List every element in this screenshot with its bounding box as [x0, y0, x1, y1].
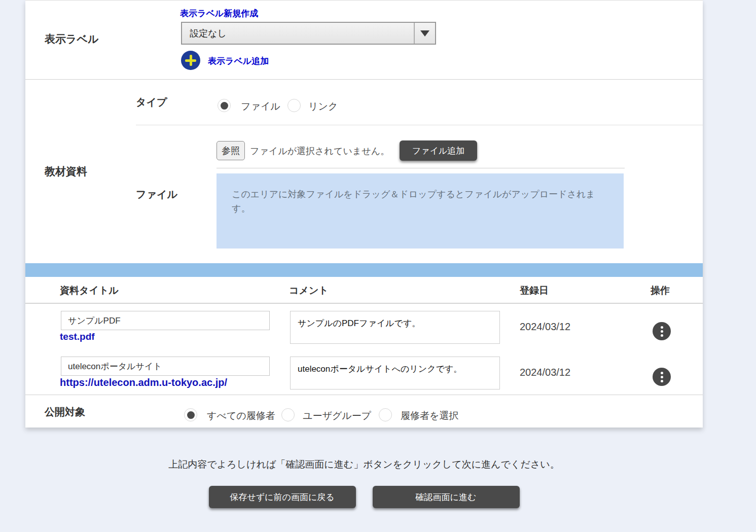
row-divider	[25, 79, 703, 80]
add-display-label-button[interactable]	[181, 51, 200, 70]
form-panel: 表示ラベル 表示ラベル新規作成 設定なし 表示ラベル追加 教材資料 タイプ ファ…	[25, 0, 703, 428]
header-divider	[25, 303, 703, 304]
material-file-link[interactable]: test.pdf	[60, 331, 95, 342]
header-date: 登録日	[520, 284, 549, 297]
file-label: ファイル	[136, 188, 177, 201]
material-url-link[interactable]: https://utelecon.adm.u-tokyo.ac.jp/	[60, 377, 227, 388]
footer-buttons: 保存せずに前の画面に戻る 確認画面に進む	[25, 486, 703, 508]
back-button[interactable]: 保存せずに前の画面に戻る	[209, 486, 356, 508]
material-date: 2024/03/12	[520, 367, 570, 378]
radio-type-link-label: リンク	[308, 100, 338, 113]
radio-user-group-label: ユーザグループ	[303, 409, 371, 422]
dropzone-text: このエリアに対象ファイルをドラッグ＆ドロップするとファイルがアップロードされます…	[217, 173, 624, 216]
row-actions-button[interactable]	[653, 322, 671, 340]
radio-type-link[interactable]	[287, 99, 301, 112]
section-divider-bar	[25, 263, 703, 277]
sub-divider	[136, 125, 703, 125]
radio-user-group[interactable]	[281, 408, 295, 421]
radio-select-students-label: 履修者を選択	[401, 409, 458, 422]
display-label-select-value: 設定なし	[182, 27, 227, 40]
header-comment: コメント	[289, 284, 329, 297]
file-dropzone[interactable]: このエリアに対象ファイルをドラッグ＆ドロップするとファイルがアップロードされます…	[217, 173, 624, 249]
radio-select-students[interactable]	[379, 408, 392, 421]
radio-all-students-label: すべての履修者	[207, 409, 275, 422]
chevron-down-icon	[414, 23, 435, 44]
no-file-selected-text: ファイルが選択されていません。	[250, 145, 389, 157]
footer-instruction: 上記内容でよろしければ「確認画面に進む」ボタンをクリックして次に進んでください。	[25, 458, 703, 471]
material-row-label: 教材資料	[45, 164, 87, 179]
material-title-input[interactable]	[61, 357, 270, 376]
kebab-menu-icon	[661, 326, 663, 329]
header-title: 資料タイトル	[60, 284, 119, 297]
radio-type-file-label: ファイル	[241, 100, 280, 113]
row-actions-button[interactable]	[653, 368, 671, 386]
file-browse-button[interactable]: 参照	[217, 141, 245, 160]
proceed-button[interactable]: 確認画面に進む	[373, 486, 520, 508]
material-comment-input[interactable]: サンプルのPDFファイルです。	[290, 311, 500, 344]
kebab-menu-icon	[661, 372, 663, 374]
radio-all-students[interactable]	[184, 408, 197, 421]
material-date: 2024/03/12	[520, 321, 570, 333]
radio-type-file[interactable]	[218, 99, 231, 112]
material-title-input[interactable]	[61, 311, 270, 330]
publish-target-label: 公開対象	[45, 405, 85, 419]
create-display-label-link[interactable]: 表示ラベル新規作成	[180, 8, 258, 19]
add-file-button[interactable]: ファイル追加	[400, 140, 477, 161]
type-label: タイプ	[136, 95, 167, 109]
table-bottom-divider	[25, 395, 703, 395]
add-display-label-link[interactable]: 表示ラベル追加	[208, 55, 269, 67]
material-comment-input[interactable]: uteleconポータルサイトへのリンクです。	[290, 357, 500, 389]
display-label-row-label: 表示ラベル	[45, 32, 98, 46]
file-divider	[217, 168, 625, 168]
display-label-select[interactable]: 設定なし	[181, 22, 436, 45]
header-actions: 操作	[651, 284, 670, 297]
